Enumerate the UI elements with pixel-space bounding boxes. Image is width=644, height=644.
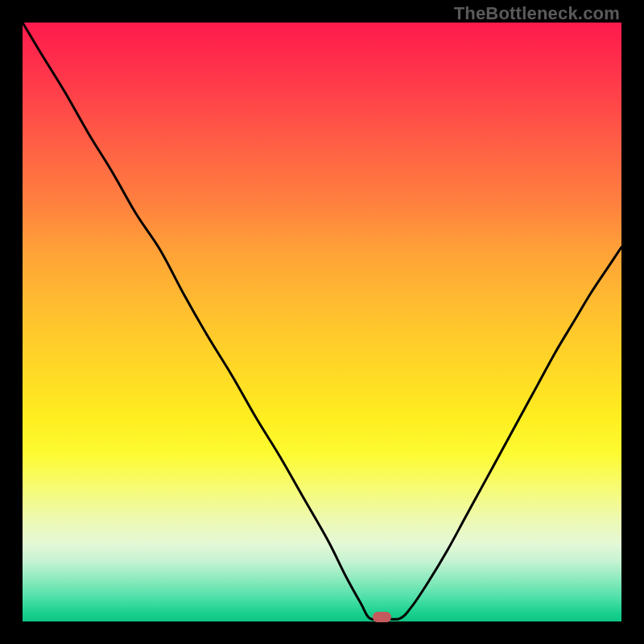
optimal-point-marker — [373, 612, 390, 622]
curve-svg — [23, 23, 621, 621]
plot-area — [23, 23, 621, 621]
watermark-text: TheBottleneck.com — [454, 3, 620, 24]
bottleneck-curve — [23, 23, 621, 620]
chart-frame: TheBottleneck.com — [0, 0, 644, 644]
